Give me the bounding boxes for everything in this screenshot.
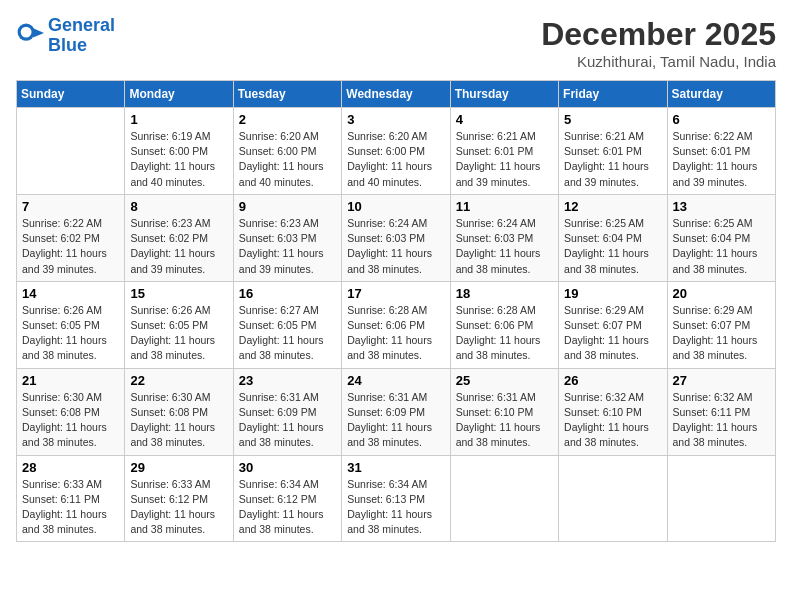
- day-info: Sunrise: 6:34 AM Sunset: 6:13 PM Dayligh…: [347, 477, 444, 538]
- day-info: Sunrise: 6:26 AM Sunset: 6:05 PM Dayligh…: [22, 303, 119, 364]
- calendar-cell: 20Sunrise: 6:29 AM Sunset: 6:07 PM Dayli…: [667, 281, 775, 368]
- logo-text: General Blue: [48, 16, 115, 56]
- calendar-cell: 9Sunrise: 6:23 AM Sunset: 6:03 PM Daylig…: [233, 194, 341, 281]
- day-number: 9: [239, 199, 336, 214]
- calendar-cell: 29Sunrise: 6:33 AM Sunset: 6:12 PM Dayli…: [125, 455, 233, 542]
- calendar-cell: [667, 455, 775, 542]
- day-number: 28: [22, 460, 119, 475]
- calendar-cell: [559, 455, 667, 542]
- day-number: 5: [564, 112, 661, 127]
- day-info: Sunrise: 6:26 AM Sunset: 6:05 PM Dayligh…: [130, 303, 227, 364]
- calendar-body: 1Sunrise: 6:19 AM Sunset: 6:00 PM Daylig…: [17, 108, 776, 542]
- day-number: 18: [456, 286, 553, 301]
- weekday-tuesday: Tuesday: [233, 81, 341, 108]
- calendar-cell: 26Sunrise: 6:32 AM Sunset: 6:10 PM Dayli…: [559, 368, 667, 455]
- day-number: 12: [564, 199, 661, 214]
- calendar-cell: 7Sunrise: 6:22 AM Sunset: 6:02 PM Daylig…: [17, 194, 125, 281]
- day-info: Sunrise: 6:20 AM Sunset: 6:00 PM Dayligh…: [347, 129, 444, 190]
- calendar-cell: 12Sunrise: 6:25 AM Sunset: 6:04 PM Dayli…: [559, 194, 667, 281]
- day-info: Sunrise: 6:21 AM Sunset: 6:01 PM Dayligh…: [564, 129, 661, 190]
- weekday-wednesday: Wednesday: [342, 81, 450, 108]
- day-number: 25: [456, 373, 553, 388]
- day-info: Sunrise: 6:30 AM Sunset: 6:08 PM Dayligh…: [22, 390, 119, 451]
- location-title: Kuzhithurai, Tamil Nadu, India: [541, 53, 776, 70]
- day-number: 8: [130, 199, 227, 214]
- day-info: Sunrise: 6:25 AM Sunset: 6:04 PM Dayligh…: [673, 216, 770, 277]
- day-number: 16: [239, 286, 336, 301]
- svg-marker-2: [33, 28, 44, 37]
- calendar-cell: 21Sunrise: 6:30 AM Sunset: 6:08 PM Dayli…: [17, 368, 125, 455]
- day-number: 27: [673, 373, 770, 388]
- logo-icon: [16, 22, 44, 50]
- week-row-3: 14Sunrise: 6:26 AM Sunset: 6:05 PM Dayli…: [17, 281, 776, 368]
- day-number: 22: [130, 373, 227, 388]
- day-number: 3: [347, 112, 444, 127]
- day-number: 10: [347, 199, 444, 214]
- day-info: Sunrise: 6:34 AM Sunset: 6:12 PM Dayligh…: [239, 477, 336, 538]
- calendar-cell: 13Sunrise: 6:25 AM Sunset: 6:04 PM Dayli…: [667, 194, 775, 281]
- day-info: Sunrise: 6:28 AM Sunset: 6:06 PM Dayligh…: [456, 303, 553, 364]
- day-number: 21: [22, 373, 119, 388]
- day-number: 1: [130, 112, 227, 127]
- day-info: Sunrise: 6:31 AM Sunset: 6:10 PM Dayligh…: [456, 390, 553, 451]
- day-info: Sunrise: 6:24 AM Sunset: 6:03 PM Dayligh…: [456, 216, 553, 277]
- day-number: 7: [22, 199, 119, 214]
- day-info: Sunrise: 6:21 AM Sunset: 6:01 PM Dayligh…: [456, 129, 553, 190]
- day-info: Sunrise: 6:24 AM Sunset: 6:03 PM Dayligh…: [347, 216, 444, 277]
- week-row-5: 28Sunrise: 6:33 AM Sunset: 6:11 PM Dayli…: [17, 455, 776, 542]
- weekday-sunday: Sunday: [17, 81, 125, 108]
- calendar-cell: 27Sunrise: 6:32 AM Sunset: 6:11 PM Dayli…: [667, 368, 775, 455]
- calendar-cell: 19Sunrise: 6:29 AM Sunset: 6:07 PM Dayli…: [559, 281, 667, 368]
- calendar-cell: 11Sunrise: 6:24 AM Sunset: 6:03 PM Dayli…: [450, 194, 558, 281]
- day-number: 26: [564, 373, 661, 388]
- calendar-cell: 22Sunrise: 6:30 AM Sunset: 6:08 PM Dayli…: [125, 368, 233, 455]
- day-info: Sunrise: 6:31 AM Sunset: 6:09 PM Dayligh…: [347, 390, 444, 451]
- day-info: Sunrise: 6:33 AM Sunset: 6:11 PM Dayligh…: [22, 477, 119, 538]
- calendar-cell: 17Sunrise: 6:28 AM Sunset: 6:06 PM Dayli…: [342, 281, 450, 368]
- title-area: December 2025 Kuzhithurai, Tamil Nadu, I…: [541, 16, 776, 70]
- logo-line2: Blue: [48, 35, 87, 55]
- calendar-cell: 24Sunrise: 6:31 AM Sunset: 6:09 PM Dayli…: [342, 368, 450, 455]
- day-number: 20: [673, 286, 770, 301]
- day-number: 4: [456, 112, 553, 127]
- calendar-cell: 6Sunrise: 6:22 AM Sunset: 6:01 PM Daylig…: [667, 108, 775, 195]
- week-row-1: 1Sunrise: 6:19 AM Sunset: 6:00 PM Daylig…: [17, 108, 776, 195]
- calendar-cell: 3Sunrise: 6:20 AM Sunset: 6:00 PM Daylig…: [342, 108, 450, 195]
- day-number: 2: [239, 112, 336, 127]
- calendar-cell: 4Sunrise: 6:21 AM Sunset: 6:01 PM Daylig…: [450, 108, 558, 195]
- day-info: Sunrise: 6:23 AM Sunset: 6:03 PM Dayligh…: [239, 216, 336, 277]
- weekday-saturday: Saturday: [667, 81, 775, 108]
- day-info: Sunrise: 6:29 AM Sunset: 6:07 PM Dayligh…: [673, 303, 770, 364]
- calendar-cell: 16Sunrise: 6:27 AM Sunset: 6:05 PM Dayli…: [233, 281, 341, 368]
- calendar-cell: 10Sunrise: 6:24 AM Sunset: 6:03 PM Dayli…: [342, 194, 450, 281]
- svg-point-1: [21, 26, 32, 37]
- day-info: Sunrise: 6:19 AM Sunset: 6:00 PM Dayligh…: [130, 129, 227, 190]
- week-row-4: 21Sunrise: 6:30 AM Sunset: 6:08 PM Dayli…: [17, 368, 776, 455]
- calendar-cell: 31Sunrise: 6:34 AM Sunset: 6:13 PM Dayli…: [342, 455, 450, 542]
- day-info: Sunrise: 6:22 AM Sunset: 6:02 PM Dayligh…: [22, 216, 119, 277]
- month-title: December 2025: [541, 16, 776, 53]
- day-info: Sunrise: 6:27 AM Sunset: 6:05 PM Dayligh…: [239, 303, 336, 364]
- calendar-cell: 2Sunrise: 6:20 AM Sunset: 6:00 PM Daylig…: [233, 108, 341, 195]
- calendar-cell: 18Sunrise: 6:28 AM Sunset: 6:06 PM Dayli…: [450, 281, 558, 368]
- day-info: Sunrise: 6:31 AM Sunset: 6:09 PM Dayligh…: [239, 390, 336, 451]
- weekday-header-row: SundayMondayTuesdayWednesdayThursdayFrid…: [17, 81, 776, 108]
- day-number: 13: [673, 199, 770, 214]
- day-info: Sunrise: 6:28 AM Sunset: 6:06 PM Dayligh…: [347, 303, 444, 364]
- day-info: Sunrise: 6:25 AM Sunset: 6:04 PM Dayligh…: [564, 216, 661, 277]
- day-number: 19: [564, 286, 661, 301]
- weekday-monday: Monday: [125, 81, 233, 108]
- calendar-cell: [450, 455, 558, 542]
- day-info: Sunrise: 6:20 AM Sunset: 6:00 PM Dayligh…: [239, 129, 336, 190]
- day-info: Sunrise: 6:23 AM Sunset: 6:02 PM Dayligh…: [130, 216, 227, 277]
- day-number: 6: [673, 112, 770, 127]
- calendar-table: SundayMondayTuesdayWednesdayThursdayFrid…: [16, 80, 776, 542]
- day-number: 11: [456, 199, 553, 214]
- calendar-cell: 14Sunrise: 6:26 AM Sunset: 6:05 PM Dayli…: [17, 281, 125, 368]
- calendar-cell: [17, 108, 125, 195]
- calendar-cell: 25Sunrise: 6:31 AM Sunset: 6:10 PM Dayli…: [450, 368, 558, 455]
- weekday-thursday: Thursday: [450, 81, 558, 108]
- day-number: 29: [130, 460, 227, 475]
- day-number: 31: [347, 460, 444, 475]
- day-number: 17: [347, 286, 444, 301]
